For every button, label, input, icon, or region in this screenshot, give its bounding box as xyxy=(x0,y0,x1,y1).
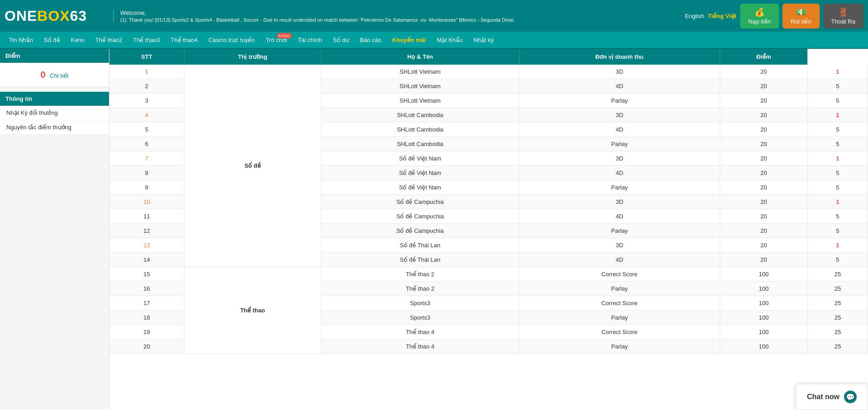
cell-thi-truong: Số đề Việt Nam xyxy=(321,151,519,166)
cell-don-vi: 100 xyxy=(720,311,807,325)
cell-ho-ten: 3D xyxy=(519,65,720,79)
cell-thi-truong: Số đề Campuchia xyxy=(321,209,519,224)
thoat-ra-icon: 🚪 xyxy=(838,7,848,17)
cell-don-vi: 20 xyxy=(720,108,807,123)
cell-diem: 5 xyxy=(807,123,868,137)
cell-ho-ten: 3D xyxy=(519,238,720,253)
cell-thi-truong: Thể thao 4 xyxy=(321,339,519,354)
cell-don-vi: 20 xyxy=(720,209,807,224)
cell-don-vi: 100 xyxy=(720,267,807,282)
nav-tro-choi[interactable]: Trò chơi Keno2 xyxy=(260,31,292,48)
cell-diem: 1 xyxy=(807,238,868,253)
cell-thi-truong: Số đề Thái Lan xyxy=(321,238,519,253)
table-row: 1Số đềSHLott Vietnam3D201 xyxy=(109,65,868,79)
nav-tai-chinh[interactable]: Tài chính xyxy=(292,31,327,48)
welcome-text: Welcome, xyxy=(120,9,685,16)
cell-thi-truong: Sports3 xyxy=(321,311,519,325)
cell-ho-ten: 4D xyxy=(519,209,720,224)
table-header-row: STT Thị trường Họ & Tên Đơn vị doanh thu… xyxy=(109,49,868,65)
cell-don-vi: 20 xyxy=(720,238,807,253)
nav-keno[interactable]: Keno xyxy=(66,31,90,48)
cell-don-vi: 20 xyxy=(720,151,807,166)
nav-the-thao3[interactable]: Thể thao3 xyxy=(127,31,165,48)
cell-thi-truong: SHLott Cambodia xyxy=(321,137,519,151)
col-thi-truong: Thị trường xyxy=(184,49,321,65)
sidebar-link-nguyen-tac[interactable]: Nguyên tắc điểm thưởng xyxy=(0,120,109,135)
logo: ONEBOX63 xyxy=(5,8,104,24)
rut-tien-button[interactable]: 💵 Rút tiền xyxy=(783,4,820,28)
cell-don-vi: 20 xyxy=(720,123,807,137)
lang-english-btn[interactable]: English xyxy=(685,13,704,19)
col-don-vi: Đơn vị doanh thu xyxy=(519,49,720,65)
cell-stt: 9 xyxy=(109,180,184,195)
cell-don-vi: 20 xyxy=(720,79,807,94)
cell-stt: 19 xyxy=(109,325,184,339)
cell-ho-ten: Parlay xyxy=(519,311,720,325)
cell-thi-truong: Thể thao 2 xyxy=(321,267,519,282)
cell-diem: 5 xyxy=(807,209,868,224)
cell-don-vi: 100 xyxy=(720,282,807,296)
nav-bao-cao[interactable]: Báo cáo xyxy=(354,31,387,48)
rut-tien-icon: 💵 xyxy=(796,7,806,17)
cell-thi-truong: Số đề Việt Nam xyxy=(321,166,519,180)
chat-now-button[interactable]: Chat now 💬 xyxy=(796,384,868,410)
sidebar-link-nhat-ky[interactable]: Nhật Ký đổi thưởng xyxy=(0,106,109,120)
cell-diem: 5 xyxy=(807,137,868,151)
cell-ho-ten: 4D xyxy=(519,253,720,267)
header: ONEBOX63 Welcome, (1). Thank you! [01/13… xyxy=(0,0,868,32)
nav-khuyen-mai[interactable]: Khuyến mãi xyxy=(387,31,431,48)
nap-tien-button[interactable]: 💰 Nạp tiền xyxy=(740,4,779,28)
cell-diem: 5 xyxy=(807,79,868,94)
lang-viet-btn[interactable]: Tiếng Việt xyxy=(708,13,736,19)
cell-don-vi: 20 xyxy=(720,65,807,79)
cell-ho-ten: Parlay xyxy=(519,339,720,354)
cell-stt: 10 xyxy=(109,195,184,209)
cell-stt: 18 xyxy=(109,311,184,325)
points-table: STT Thị trường Họ & Tên Đơn vị doanh thu… xyxy=(109,49,868,354)
nav-casino[interactable]: Casino trực tuyến xyxy=(203,31,260,48)
cell-diem: 1 xyxy=(807,195,868,209)
detail-link[interactable]: Chi tiết xyxy=(50,72,68,79)
nav-tin-nhan[interactable]: Tin Nhắn xyxy=(4,31,38,48)
cell-group-the-thao: Thể thao xyxy=(184,267,321,354)
cell-stt: 8 xyxy=(109,166,184,180)
nav-the-thao2[interactable]: Thể thao2 xyxy=(90,31,127,48)
cell-stt: 16 xyxy=(109,282,184,296)
nav-nhat-ky[interactable]: Nhật ký xyxy=(468,31,499,48)
col-diem: Điểm xyxy=(720,49,807,65)
cell-don-vi: 100 xyxy=(720,339,807,354)
header-welcome: Welcome, (1). Thank you! [01/13] Sports2… xyxy=(113,9,685,23)
keno2-badge: Keno2 xyxy=(277,33,292,38)
cell-ho-ten: Parlay xyxy=(519,137,720,151)
cell-ho-ten: Parlay xyxy=(519,180,720,195)
cell-don-vi: 20 xyxy=(720,180,807,195)
cell-stt: 13 xyxy=(109,238,184,253)
cell-diem: 5 xyxy=(807,180,868,195)
cell-diem: 5 xyxy=(807,224,868,238)
cell-thi-truong: SHLott Vietnam xyxy=(321,65,519,79)
cell-diem: 25 xyxy=(807,311,868,325)
thoat-ra-button[interactable]: 🚪 Thoát Ra xyxy=(823,4,863,28)
nav-so-du[interactable]: Số dư xyxy=(327,31,354,48)
cell-diem: 25 xyxy=(807,325,868,339)
col-ho-ten: Họ & Tên xyxy=(321,49,519,65)
main-layout: Điểm 0 Chi tiết Thông tin Nhật Ký đổi th… xyxy=(0,49,868,410)
cell-don-vi: 20 xyxy=(720,137,807,151)
nav-mat-khau[interactable]: Mật Khẩu xyxy=(431,31,468,48)
cell-ho-ten: Correct Score xyxy=(519,267,720,282)
sidebar-info-title: Thông tin xyxy=(0,92,109,106)
cell-stt: 2 xyxy=(109,79,184,94)
nav-so-de[interactable]: Số đề xyxy=(38,31,66,48)
cell-stt: 4 xyxy=(109,108,184,123)
sidebar: Điểm 0 Chi tiết Thông tin Nhật Ký đổi th… xyxy=(0,49,109,410)
nav-bar: Tin Nhắn Số đề Keno Thể thao2 Thể thao3 … xyxy=(0,32,868,49)
cell-diem: 1 xyxy=(807,65,868,79)
chat-now-label: Chat now xyxy=(807,393,840,401)
nap-tien-label: Nạp tiền xyxy=(748,18,771,25)
nav-the-thao4[interactable]: Thể thao4 xyxy=(165,31,203,48)
cell-thi-truong: SHLott Vietnam xyxy=(321,79,519,94)
cell-diem: 25 xyxy=(807,339,868,354)
main-content: STT Thị trường Họ & Tên Đơn vị doanh thu… xyxy=(109,49,868,410)
cell-diem: 25 xyxy=(807,282,868,296)
cell-thi-truong: SHLott Cambodia xyxy=(321,123,519,137)
